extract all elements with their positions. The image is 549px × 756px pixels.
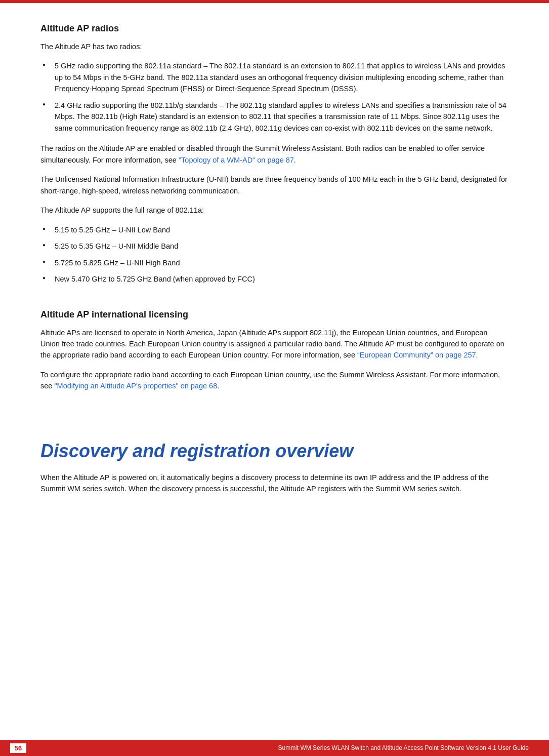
spacer3 — [40, 410, 509, 420]
list-item: New 5.470 GHz to 5.725 GHz Band (when ap… — [40, 273, 509, 285]
list-item: 5.25 to 5.35 GHz – U-NII Middle Band — [40, 241, 509, 252]
altitude-ap-radios-para2: The Unlicensed National Information Infr… — [40, 174, 509, 196]
list-item: 5 GHz radio supporting the 802.11a stand… — [40, 60, 509, 94]
footer-page-number: 56 — [10, 743, 26, 753]
altitude-ap-licensing-para2: To configure the appropriate radio band … — [40, 369, 509, 392]
altitude-ap-freq-bullet-list: 5.15 to 5.25 GHz – U-NII Low Band 5.25 t… — [40, 224, 509, 285]
licensing-para1-suffix: . — [476, 351, 478, 359]
altitude-ap-radios-bullet-list: 5 GHz radio supporting the 802.11a stand… — [40, 60, 509, 134]
spacer2 — [40, 400, 509, 410]
modifying-altitude-ap-link[interactable]: "Modifying an Altitude AP's properties" … — [54, 382, 217, 390]
discovery-overview-heading: Discovery and registration overview — [40, 441, 509, 462]
footer-bar: 56 Summit WM Series WLAN Switch and Alti… — [0, 740, 549, 756]
altitude-ap-radios-heading: Altitude AP radios — [40, 23, 509, 34]
spacer — [40, 294, 509, 304]
footer-text: Summit WM Series WLAN Switch and Altitud… — [278, 744, 529, 751]
list-item: 5.725 to 5.825 GHz – U-NII High Band — [40, 257, 509, 268]
list-item: 5.15 to 5.25 GHz – U-NII Low Band — [40, 224, 509, 235]
para1-suffix-text: . — [294, 156, 296, 164]
altitude-ap-radios-intro: The Altitude AP has two radios: — [40, 41, 509, 52]
altitude-ap-radios-para1: The radios on the Altitude AP are enable… — [40, 143, 509, 166]
altitude-ap-licensing-heading: Altitude AP international licensing — [40, 309, 509, 320]
altitude-ap-licensing-para1: Altitude APs are licensed to operate in … — [40, 327, 509, 361]
page-content: Altitude AP radios The Altitude AP has t… — [0, 3, 549, 543]
european-community-link[interactable]: “European Community” on page 257 — [357, 351, 476, 359]
licensing-para2-suffix: . — [217, 382, 219, 390]
altitude-ap-radios-para3: The Altitude AP supports the full range … — [40, 205, 509, 216]
discovery-overview-para1: When the Altitude AP is powered on, it a… — [40, 472, 509, 495]
topology-wm-ad-link[interactable]: "Topology of a WM-AD" on page 87 — [179, 156, 294, 164]
list-item: 2.4 GHz radio supporting the 802.11b/g s… — [40, 100, 509, 134]
